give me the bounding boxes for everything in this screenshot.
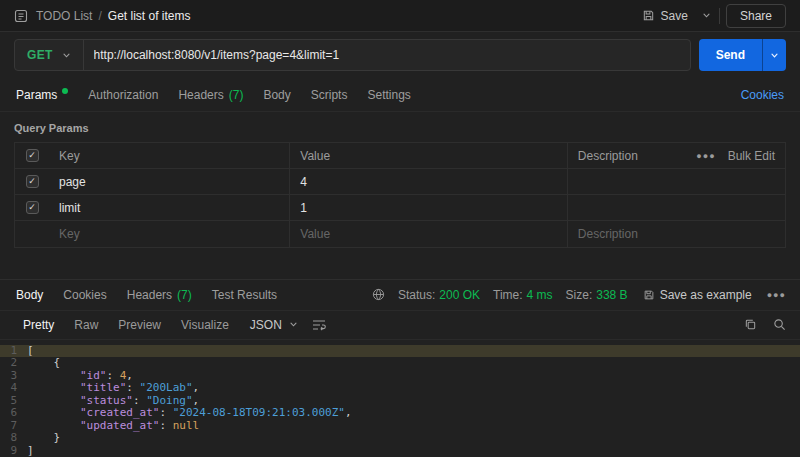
param-key-cell[interactable]: page <box>49 169 290 194</box>
select-all-checkbox[interactable]: ✓ <box>26 149 39 162</box>
tab-body[interactable]: Body <box>253 78 300 111</box>
breadcrumb-collection[interactable]: TODO List <box>36 9 92 23</box>
chevron-down-icon <box>289 320 298 329</box>
param-row-new: Key Value Description <box>15 221 785 247</box>
row-checkbox-cell <box>15 221 49 247</box>
description-header-label: Description <box>578 149 638 163</box>
breadcrumb: TODO List / Get list of items <box>36 9 191 23</box>
save-dropdown-button[interactable] <box>700 7 713 24</box>
response-tab-headers-label: Headers <box>127 288 172 302</box>
new-value-input[interactable]: Value <box>290 221 568 247</box>
param-description-cell[interactable] <box>568 169 785 194</box>
response-meta: Status: 200 OK Time: 4 ms Size: 338 B Sa… <box>372 286 794 304</box>
response-more-options-icon[interactable]: ●●● <box>767 290 786 300</box>
response-tab-body[interactable]: Body <box>6 280 53 310</box>
status-value: 200 OK <box>439 288 480 302</box>
tab-scripts[interactable]: Scripts <box>301 78 358 111</box>
breadcrumb-request-name: Get list of items <box>108 9 191 23</box>
tab-scripts-label: Scripts <box>311 88 348 102</box>
view-tab-visualize[interactable]: Visualize <box>172 311 238 339</box>
chevron-down-icon <box>770 51 779 60</box>
format-select[interactable]: JSON <box>250 318 298 332</box>
line-number: 8 <box>0 432 27 445</box>
chevron-down-icon <box>702 11 711 20</box>
row-checkbox[interactable]: ✓ <box>26 201 39 214</box>
new-key-input[interactable]: Key <box>49 221 290 247</box>
row-checkbox[interactable]: ✓ <box>26 175 39 188</box>
url-input[interactable] <box>84 40 690 70</box>
method-label: GET <box>27 48 53 62</box>
row-checkbox-cell: ✓ <box>15 169 49 194</box>
check-icon: ✓ <box>28 177 36 186</box>
param-value-cell[interactable]: 1 <box>290 195 568 220</box>
tab-headers[interactable]: Headers (7) <box>168 78 253 111</box>
tab-body-label: Body <box>263 88 290 102</box>
check-icon: ✓ <box>28 151 36 160</box>
status-label: Status: <box>398 288 435 302</box>
view-tab-preview[interactable]: Preview <box>109 311 170 339</box>
tab-authorization-label: Authorization <box>88 88 158 102</box>
save-as-example-button[interactable]: Save as example <box>641 286 754 304</box>
params-active-dot-icon <box>62 88 68 94</box>
response-tab-cookies-label: Cookies <box>63 288 106 302</box>
breadcrumb-separator: / <box>98 9 101 23</box>
bulk-edit-button[interactable]: Bulk Edit <box>728 149 775 163</box>
request-tabs: Params Authorization Headers (7) Body Sc… <box>0 78 800 112</box>
row-checkbox-cell: ✓ <box>15 195 49 220</box>
line-number: 6 <box>0 407 27 420</box>
tab-params[interactable]: Params <box>6 78 78 111</box>
column-header-description: Description ●●● Bulk Edit <box>568 143 785 168</box>
code-line: 8 } <box>0 432 800 445</box>
save-label: Save <box>661 9 688 23</box>
param-row: ✓ page 4 <box>15 169 785 195</box>
param-value-cell[interactable]: 4 <box>290 169 568 194</box>
query-params-table: ✓ Key Value Description ●●● Bulk Edit ✓ … <box>14 142 786 248</box>
request-url-bar: GET Send <box>0 32 800 78</box>
tab-headers-label: Headers <box>178 88 223 102</box>
save-icon <box>642 9 655 22</box>
column-header-value: Value <box>290 143 568 168</box>
time-label: Time: <box>493 288 523 302</box>
send-dropdown-button[interactable] <box>762 39 786 71</box>
response-headers-count-badge: (7) <box>177 288 192 302</box>
response-tabs: Body Cookies Headers (7) Test Results St… <box>0 280 800 310</box>
check-icon: ✓ <box>28 203 36 212</box>
cookies-link[interactable]: Cookies <box>741 88 784 102</box>
param-description-cell[interactable] <box>568 195 785 220</box>
send-button[interactable]: Send <box>699 39 762 71</box>
divider <box>719 8 720 24</box>
view-tab-raw[interactable]: Raw <box>65 311 107 339</box>
code-line: 7 "updated_at": null <box>0 420 800 433</box>
response-toolbar-actions <box>744 318 786 331</box>
search-icon[interactable] <box>773 318 786 331</box>
tab-settings[interactable]: Settings <box>357 78 420 111</box>
copy-icon[interactable] <box>744 318 757 331</box>
param-key-cell[interactable]: limit <box>49 195 290 220</box>
response-view-toolbar: Pretty Raw Preview Visualize JSON <box>0 310 800 340</box>
response-body-json[interactable]: 1 [ 2 { 3 "id": 4, 4 "title": "200Lab", … <box>0 340 800 457</box>
table-header-actions: ●●● Bulk Edit <box>696 149 775 163</box>
wrap-lines-icon[interactable] <box>312 319 326 331</box>
response-tab-body-label: Body <box>16 288 43 302</box>
save-button[interactable]: Save <box>636 5 694 27</box>
url-group: GET <box>14 39 691 71</box>
method-select[interactable]: GET <box>15 40 84 70</box>
more-options-icon[interactable]: ●●● <box>696 151 715 161</box>
response-tab-test-results[interactable]: Test Results <box>202 280 287 310</box>
spacer <box>0 248 800 279</box>
topbar-actions: Save Share <box>636 4 786 28</box>
response-tab-cookies[interactable]: Cookies <box>53 280 116 310</box>
network-globe-icon[interactable] <box>372 288 385 301</box>
response-tab-headers[interactable]: Headers (7) <box>117 280 202 310</box>
new-description-input[interactable]: Description <box>568 221 785 247</box>
time-value: 4 ms <box>527 288 553 302</box>
collection-icon[interactable] <box>14 9 28 23</box>
table-header-row: ✓ Key Value Description ●●● Bulk Edit <box>15 143 785 169</box>
param-row: ✓ limit 1 <box>15 195 785 221</box>
tab-authorization[interactable]: Authorization <box>78 78 168 111</box>
view-tab-pretty[interactable]: Pretty <box>14 311 63 339</box>
code-line: 1 [ <box>0 345 800 358</box>
headers-count-badge: (7) <box>229 88 244 102</box>
share-button[interactable]: Share <box>726 4 786 28</box>
topbar: TODO List / Get list of items Save Share <box>0 0 800 32</box>
